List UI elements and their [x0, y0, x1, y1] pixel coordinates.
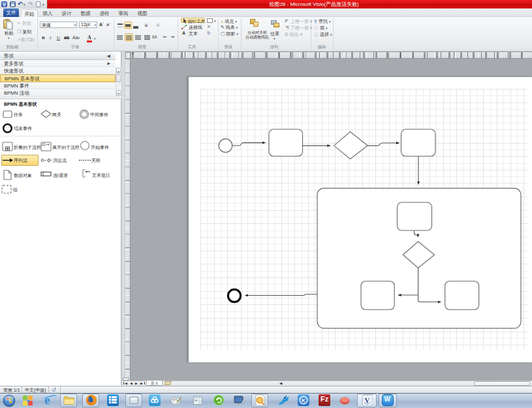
svg-text:K: K: [302, 398, 305, 403]
svg-text:V: V: [365, 396, 370, 404]
